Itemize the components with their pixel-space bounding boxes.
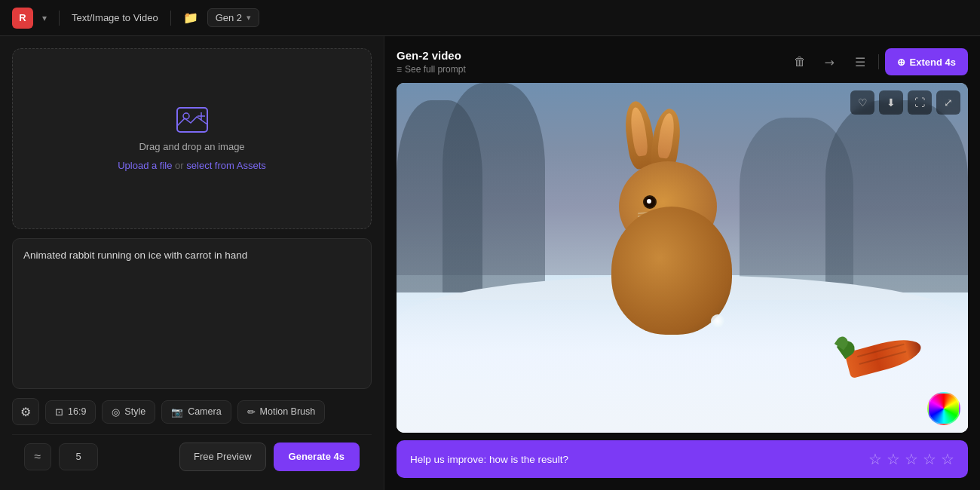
delete-button[interactable]: 🗑: [788, 50, 812, 74]
nav-mode-label: Text/Image to Video: [72, 12, 158, 23]
prompt-area[interactable]: Animated rabbit running on ice with carr…: [12, 238, 372, 389]
video-display: [397, 83, 968, 433]
right-panel: Gen-2 video ≡ See full prompt 🗑 ↗ ☰: [384, 36, 980, 490]
gen2-label: Gen 2: [216, 12, 242, 23]
expand-button[interactable]: ⛶: [908, 90, 932, 115]
more-options-button[interactable]: ☰: [848, 50, 872, 74]
nav-chevron[interactable]: ▾: [42, 13, 47, 23]
trash-icon: 🗑: [794, 55, 806, 69]
left-panel: Drag and drop an image Upload a file or …: [0, 36, 384, 490]
favorite-button[interactable]: ♡: [850, 90, 874, 115]
extend-button[interactable]: ⊕ Extend 4s: [885, 48, 968, 75]
upload-file-link[interactable]: Upload a file: [118, 160, 172, 171]
free-preview-button[interactable]: Free Preview: [179, 443, 266, 471]
header-divider: [878, 54, 879, 69]
svg-rect-0: [177, 108, 207, 132]
see-prompt-link[interactable]: ≡ See full prompt: [397, 64, 782, 75]
settings-sliders-icon: ≈: [35, 450, 41, 464]
toolbar-row: ⚙ ⊡ 16:9 ◎ Style 📷 Camera ✏ Motion Brush: [12, 398, 372, 425]
gen2-chevron: ▾: [247, 13, 251, 23]
rabbit-ear-inner-right: [657, 112, 676, 159]
video-container: ♡ ⬇ ⛶ ⤢: [397, 83, 968, 433]
bottom-settings-button[interactable]: ≈: [24, 443, 51, 470]
star-4[interactable]: ☆: [923, 450, 936, 468]
share-button[interactable]: ↗: [818, 50, 842, 74]
rabbit-eye: [643, 195, 657, 209]
seed-input[interactable]: [59, 443, 98, 470]
video-title-group: Gen-2 video ≡ See full prompt: [397, 49, 782, 75]
see-prompt-label: See full prompt: [405, 64, 466, 75]
heart-icon: ♡: [858, 96, 868, 109]
bottom-bar: ≈ Free Preview Generate 4s: [12, 434, 372, 478]
video-header: Gen-2 video ≡ See full prompt 🗑 ↗ ☰: [397, 48, 968, 75]
rabbit-ear-inner-left: [629, 106, 649, 157]
share-icon: ↗: [821, 54, 838, 71]
camera-button[interactable]: 📷 Camera: [161, 400, 231, 424]
main-content: Drag and drop an image Upload a file or …: [0, 36, 980, 490]
camera-label: Camera: [188, 406, 221, 417]
scene-background: [397, 83, 968, 433]
star-3[interactable]: ☆: [905, 450, 918, 468]
feedback-bar: Help us improve: how is the result? ☆ ☆ …: [397, 440, 968, 478]
download-icon: ⬇: [887, 96, 896, 109]
aspect-ratio-button[interactable]: ⊡ 16:9: [45, 400, 96, 424]
select-assets-link[interactable]: select from Assets: [186, 160, 265, 171]
rabbit-figure: [596, 161, 747, 335]
header-actions: 🗑 ↗ ☰ ⊕ Extend 4s: [788, 48, 968, 75]
fullscreen-icon: ⤢: [944, 96, 953, 109]
settings-button[interactable]: ⚙: [12, 398, 39, 425]
drop-zone-label: Drag and drop an image: [139, 141, 244, 152]
style-icon: ◎: [112, 406, 120, 418]
or-separator: or: [175, 160, 184, 171]
prompt-lines-icon: ≡: [397, 64, 402, 75]
motion-brush-label: Motion Brush: [260, 406, 316, 417]
video-overlay-icons: ♡ ⬇ ⛶ ⤢: [850, 90, 960, 115]
drop-zone-links: Upload a file or select from Assets: [118, 160, 266, 171]
motion-brush-button[interactable]: ✏ Motion Brush: [237, 400, 326, 424]
star-5[interactable]: ☆: [941, 450, 954, 468]
snow-ball: [711, 314, 724, 328]
star-rating: ☆ ☆ ☆ ☆ ☆: [868, 450, 954, 468]
sliders-icon: ⚙: [20, 405, 31, 419]
style-label: Style: [124, 406, 145, 417]
color-wheel-indicator: [927, 392, 960, 425]
style-button[interactable]: ◎ Style: [102, 400, 155, 424]
folder-icon: 📁: [183, 11, 198, 25]
generate-button[interactable]: Generate 4s: [274, 443, 360, 471]
star-2[interactable]: ☆: [887, 450, 900, 468]
aspect-ratio-label: 16:9: [68, 406, 86, 417]
star-1[interactable]: ☆: [868, 450, 882, 468]
image-upload-icon: [176, 106, 209, 133]
logo-text: R: [19, 12, 26, 23]
feedback-text: Help us improve: how is the result?: [410, 454, 859, 465]
expand-icon: ⛶: [914, 96, 925, 109]
menu-icon: ☰: [855, 55, 865, 69]
video-title: Gen-2 video: [397, 49, 782, 62]
aspect-ratio-icon: ⊡: [55, 406, 63, 418]
logo-button[interactable]: R: [12, 8, 33, 29]
prompt-input[interactable]: Animated rabbit running on ice with carr…: [23, 248, 360, 379]
extend-label: Extend 4s: [910, 57, 956, 68]
extend-icon: ⊕: [897, 57, 905, 68]
image-drop-zone[interactable]: Drag and drop an image Upload a file or …: [12, 48, 372, 229]
motion-brush-icon: ✏: [247, 406, 256, 418]
tree-4: [825, 100, 969, 292]
tree-2: [443, 83, 545, 292]
nav-divider-2: [170, 11, 171, 26]
camera-icon: 📷: [171, 406, 183, 418]
gen2-selector[interactable]: Gen 2 ▾: [207, 8, 259, 27]
nav-divider-1: [59, 11, 60, 26]
download-button[interactable]: ⬇: [879, 90, 903, 115]
fullscreen-button[interactable]: ⤢: [936, 90, 960, 115]
top-navigation: R ▾ Text/Image to Video 📁 Gen 2 ▾: [0, 0, 980, 36]
